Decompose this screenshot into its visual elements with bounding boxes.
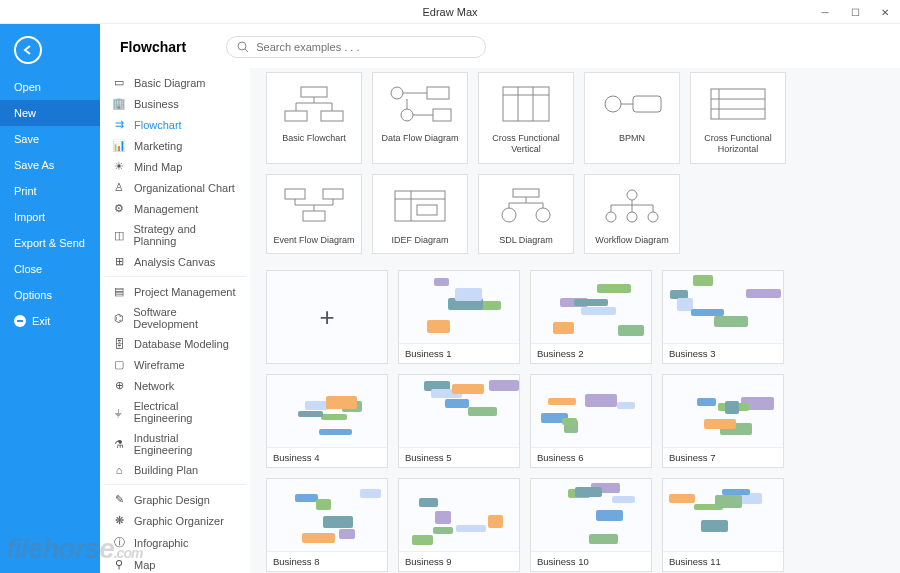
svg-point-34: [627, 190, 637, 200]
sidebar-item-import[interactable]: Import: [0, 204, 100, 230]
template-thumb-icon: [589, 83, 675, 125]
template-card-data-flow-diagram[interactable]: Data Flow Diagram: [372, 72, 468, 164]
category-icon: ✎: [112, 493, 126, 506]
category-item-marketing[interactable]: 📊Marketing: [104, 135, 246, 156]
category-item-mind-map[interactable]: ☀Mind Map: [104, 156, 246, 177]
sidebar-item-new[interactable]: New: [0, 100, 100, 126]
example-label: Business 8: [267, 551, 387, 571]
category-item-business[interactable]: 🏢Business: [104, 93, 246, 114]
titlebar: Edraw Max ─ ☐ ✕: [0, 0, 900, 24]
template-card-event-flow-diagram[interactable]: Event Flow Diagram: [266, 174, 362, 255]
new-blank-template[interactable]: +: [266, 270, 388, 364]
search-input[interactable]: [256, 41, 475, 53]
template-card-cross-functional-vertical[interactable]: Cross Functional Vertical: [478, 72, 574, 164]
sidebar-item-label: Options: [14, 289, 52, 301]
content-area: ▭Basic Diagram🏢Business⇉Flowchart📊Market…: [100, 68, 900, 573]
sidebar-item-exit[interactable]: Exit: [0, 308, 100, 334]
template-card-cross-functional-horizontal[interactable]: Cross Functional Horizontal: [690, 72, 786, 164]
template-gallery[interactable]: Basic FlowchartData Flow DiagramCross Fu…: [250, 68, 900, 573]
template-card-workflow-diagram[interactable]: Workflow Diagram: [584, 174, 680, 255]
category-label: Database Modeling: [134, 338, 229, 350]
category-list[interactable]: ▭Basic Diagram🏢Business⇉Flowchart📊Market…: [100, 68, 250, 573]
close-button[interactable]: ✕: [870, 0, 900, 24]
sidebar-item-label: Export & Send: [14, 237, 85, 249]
category-icon: ❋: [112, 514, 126, 527]
category-item-analysis-canvas[interactable]: ⊞Analysis Canvas: [104, 251, 246, 272]
category-label: Infographic: [134, 537, 188, 549]
template-card-bpmn[interactable]: BPMN: [584, 72, 680, 164]
back-button[interactable]: [14, 36, 42, 64]
maximize-button[interactable]: ☐: [840, 0, 870, 24]
category-item-database-modeling[interactable]: 🗄Database Modeling: [104, 334, 246, 354]
search-box[interactable]: [226, 36, 486, 58]
svg-rect-2: [301, 87, 327, 97]
template-card-idef-diagram[interactable]: IDEF Diagram: [372, 174, 468, 255]
main-panel: Flowchart ▭Basic Diagram🏢Business⇉Flowch…: [100, 24, 900, 573]
sidebar-item-print[interactable]: Print: [0, 178, 100, 204]
category-label: Graphic Design: [134, 494, 210, 506]
category-label: Business: [134, 98, 179, 110]
category-item-electrical-engineering[interactable]: ⏚Electrical Engineering: [104, 396, 246, 428]
category-item-infographic[interactable]: ⓘInfographic: [104, 531, 246, 554]
category-icon: ⊞: [112, 255, 126, 268]
example-card-business-7[interactable]: Business 7: [662, 374, 784, 468]
category-item-flowchart[interactable]: ⇉Flowchart: [104, 114, 246, 135]
example-card-business-10[interactable]: Business 10: [530, 478, 652, 572]
sidebar-item-label: Save As: [14, 159, 54, 171]
category-item-building-plan[interactable]: ⌂Building Plan: [104, 460, 246, 480]
category-item-graphic-organizer[interactable]: ❋Graphic Organizer: [104, 510, 246, 531]
example-card-business-2[interactable]: Business 2: [530, 270, 652, 364]
example-card-business-6[interactable]: Business 6: [530, 374, 652, 468]
template-label: Basic Flowchart: [282, 133, 346, 144]
template-card-sdl-diagram[interactable]: SDL Diagram: [478, 174, 574, 255]
example-preview: [399, 271, 519, 343]
category-icon: ⌂: [112, 464, 126, 476]
category-icon: ⇉: [112, 118, 126, 131]
example-preview: [267, 375, 387, 447]
svg-point-17: [605, 96, 621, 112]
category-item-strategy-and-planning[interactable]: ◫Strategy and Planning: [104, 219, 246, 251]
file-sidebar: OpenNewSaveSave AsPrintImportExport & Se…: [0, 24, 100, 573]
sidebar-item-close[interactable]: Close: [0, 256, 100, 282]
example-card-business-9[interactable]: Business 9: [398, 478, 520, 572]
example-card-business-5[interactable]: Business 5: [398, 374, 520, 468]
category-item-graphic-design[interactable]: ✎Graphic Design: [104, 489, 246, 510]
sidebar-item-export-send[interactable]: Export & Send: [0, 230, 100, 256]
example-label: Business 4: [267, 447, 387, 467]
category-item-organizational-chart[interactable]: ♙Organizational Chart: [104, 177, 246, 198]
example-card-business-4[interactable]: Business 4: [266, 374, 388, 468]
svg-rect-26: [303, 211, 325, 221]
sidebar-item-options[interactable]: Options: [0, 282, 100, 308]
category-item-basic-diagram[interactable]: ▭Basic Diagram: [104, 72, 246, 93]
category-label: Flowchart: [134, 119, 182, 131]
page-title: Flowchart: [120, 39, 186, 55]
app-body: OpenNewSaveSave AsPrintImportExport & Se…: [0, 24, 900, 573]
example-card-business-11[interactable]: Business 11: [662, 478, 784, 572]
template-thumb-icon: [271, 185, 357, 227]
example-label: Business 10: [531, 551, 651, 571]
template-card-basic-flowchart[interactable]: Basic Flowchart: [266, 72, 362, 164]
category-icon: ♙: [112, 181, 126, 194]
sidebar-item-label: Exit: [32, 315, 50, 327]
svg-point-0: [238, 42, 246, 50]
category-item-map[interactable]: ⚲Map: [104, 554, 246, 573]
category-item-project-management[interactable]: ▤Project Management: [104, 281, 246, 302]
category-label: Wireframe: [134, 359, 185, 371]
category-item-network[interactable]: ⊕Network: [104, 375, 246, 396]
sidebar-item-label: Save: [14, 133, 39, 145]
sidebar-item-open[interactable]: Open: [0, 74, 100, 100]
category-item-software-development[interactable]: ⌬Software Development: [104, 302, 246, 334]
category-item-industrial-engineering[interactable]: ⚗Industrial Engineering: [104, 428, 246, 460]
sidebar-item-save[interactable]: Save: [0, 126, 100, 152]
category-icon: ▭: [112, 76, 126, 89]
search-icon: [237, 41, 248, 53]
sidebar-item-save-as[interactable]: Save As: [0, 152, 100, 178]
category-item-management[interactable]: ⚙Management: [104, 198, 246, 219]
svg-point-11: [401, 109, 413, 121]
example-card-business-3[interactable]: Business 3: [662, 270, 784, 364]
example-card-business-8[interactable]: Business 8: [266, 478, 388, 572]
category-item-wireframe[interactable]: ▢Wireframe: [104, 354, 246, 375]
example-card-business-1[interactable]: Business 1: [398, 270, 520, 364]
minimize-button[interactable]: ─: [810, 0, 840, 24]
svg-rect-24: [285, 189, 305, 199]
